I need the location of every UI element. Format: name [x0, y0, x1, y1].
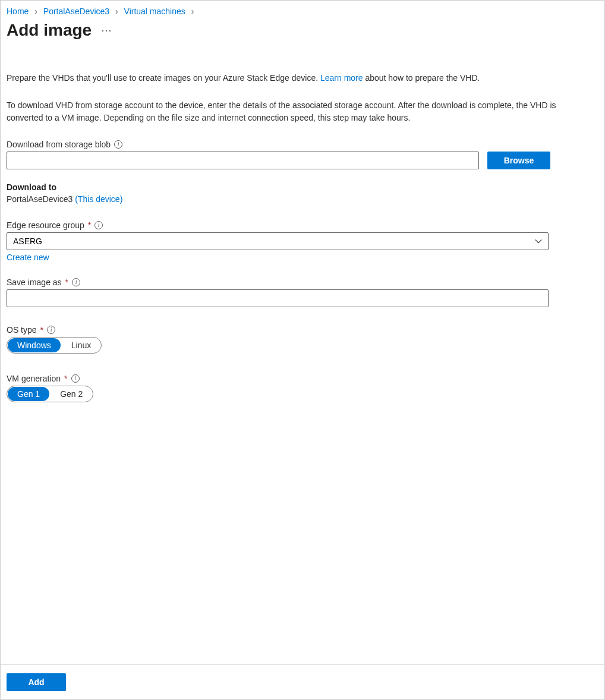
info-icon[interactable]: i [94, 221, 103, 229]
breadcrumb-device[interactable]: PortalAseDevice3 [43, 7, 109, 16]
blob-input[interactable] [7, 152, 479, 169]
download-to-heading: Download to [7, 182, 598, 192]
os-type-label-text: OS type [7, 325, 37, 335]
more-icon[interactable]: ⋯ [101, 25, 112, 36]
resource-group-select[interactable] [7, 232, 549, 250]
info-icon[interactable]: i [72, 278, 80, 286]
breadcrumb-home[interactable]: Home [7, 7, 29, 16]
download-to-suffix: (This device) [73, 194, 122, 204]
add-button[interactable]: Add [7, 673, 66, 691]
breadcrumb-vms[interactable]: Virtual machines [124, 7, 185, 16]
download-to-device: PortalAseDevice3 [7, 194, 73, 204]
blob-label-text: Download from storage blob [7, 140, 111, 149]
download-to-value: PortalAseDevice3 (This device) [7, 194, 598, 204]
page-title: Add image [7, 21, 92, 40]
description-intro-post: about how to prepare the VHD. [363, 73, 480, 83]
info-icon[interactable]: i [114, 140, 122, 149]
chevron-right-icon: › [115, 7, 118, 16]
os-type-linux[interactable]: Linux [62, 338, 100, 352]
resource-group-label: Edge resource group * i [7, 220, 598, 230]
info-icon[interactable]: i [47, 326, 55, 334]
save-as-input[interactable] [7, 289, 549, 307]
os-type-toggle: Windows Linux [7, 337, 102, 354]
create-new-link[interactable]: Create new [7, 253, 49, 262]
save-as-label-text: Save image as [7, 278, 62, 287]
vm-gen-1[interactable]: Gen 1 [8, 387, 49, 401]
required-star: * [65, 278, 68, 287]
resource-group-label-text: Edge resource group [7, 220, 84, 230]
learn-more-link[interactable]: Learn more [320, 73, 363, 83]
vm-gen-label-text: VM generation [7, 374, 61, 383]
save-as-label: Save image as * i [7, 278, 598, 287]
description-intro-pre: Prepare the VHDs that you'll use to crea… [7, 73, 320, 83]
description-intro: Prepare the VHDs that you'll use to crea… [7, 72, 598, 84]
vm-gen-2[interactable]: Gen 2 [51, 387, 92, 401]
chevron-right-icon: › [34, 7, 37, 16]
description-details: To download VHD from storage account to … [7, 99, 577, 124]
vm-gen-label: VM generation * i [7, 374, 598, 383]
browse-button[interactable]: Browse [487, 152, 550, 169]
chevron-right-icon: › [191, 7, 194, 16]
info-icon[interactable]: i [71, 374, 80, 383]
os-type-label: OS type * i [7, 325, 598, 335]
required-star: * [64, 374, 67, 383]
required-star: * [40, 325, 43, 335]
os-type-windows[interactable]: Windows [8, 338, 61, 352]
blob-label: Download from storage blob i [7, 140, 598, 149]
footer: Add [1, 664, 604, 699]
vm-gen-toggle: Gen 1 Gen 2 [7, 386, 93, 402]
required-star: * [88, 220, 91, 230]
breadcrumb: Home › PortalAseDevice3 › Virtual machin… [7, 7, 598, 16]
